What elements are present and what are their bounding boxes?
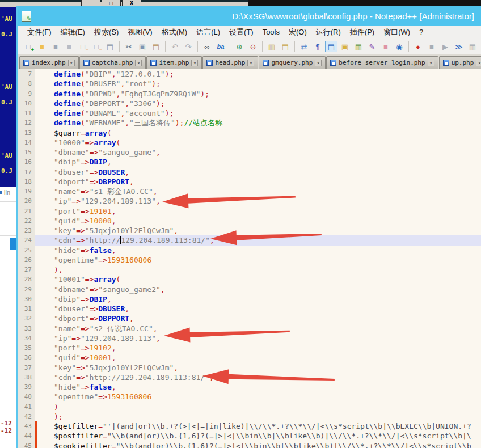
function-hint-icon[interactable]: ▣ <box>339 41 351 52</box>
tab-item[interactable]: item.php× <box>146 56 202 69</box>
menu-item-文件f[interactable]: 文件(F) <box>23 27 56 37</box>
code-line-8[interactable]: 8define("DBUSER","root"); <box>18 79 481 88</box>
menu-item-搜索s[interactable]: 搜索(S) <box>90 27 123 37</box>
tab-close-icon[interactable]: × <box>476 60 481 66</box>
code-line-33[interactable]: 33"name"=>"s2-传说TAO.CC", <box>18 324 481 333</box>
code-line-44[interactable]: 44$postfilter="\\b(and|or)\\b.{1,6}?(=|>… <box>18 431 481 441</box>
code-line-40[interactable]: 40"opentime"=>1593160806 <box>18 392 481 401</box>
undo-icon[interactable]: ↶ <box>168 41 181 52</box>
code-line-19[interactable]: 19"name"=>"s1-彩金TAO.CC", <box>18 187 481 196</box>
tab-gmquery[interactable]: gmquery.php× <box>259 56 326 69</box>
file-monitor-icon[interactable]: ◉ <box>393 41 406 52</box>
function-list-icon[interactable]: ✎ <box>366 41 378 52</box>
code-line-22[interactable]: 22"quid"=>10000, <box>18 216 481 226</box>
tab-up[interactable]: up.php× <box>439 56 481 69</box>
code-line-13[interactable]: 13$quarr=array( <box>18 128 481 138</box>
menu-item-插件p[interactable]: 插件(P) <box>345 27 379 37</box>
sync-scroll-h-icon[interactable]: ▤ <box>279 41 292 52</box>
code-line-31[interactable]: 31"dbuser"=>DBUSER, <box>18 304 481 314</box>
code-line-35[interactable]: 35"port"=>19102, <box>18 343 481 353</box>
code-line-9[interactable]: 9define("DBPWD","EghgTJGqPmZ9RQiW"); <box>18 89 481 99</box>
code-line-12[interactable]: 12define("WEBNAME","三国名将传");//站点名称 <box>18 118 481 128</box>
code-line-10[interactable]: 10define("DBPPORT","3306"); <box>18 99 481 108</box>
indent-guide-icon[interactable]: ▤ <box>325 41 337 52</box>
tab-captcha[interactable]: captcha.php× <box>79 56 146 69</box>
code-editor[interactable]: 7define("DBIP","127.0.0.1");8define("DBU… <box>18 69 481 448</box>
print-icon[interactable]: ▤ <box>104 41 116 52</box>
word-wrap-icon[interactable]: ⇄ <box>298 41 310 52</box>
code-line-25[interactable]: 25"hide"=>false, <box>18 246 481 255</box>
tab-close-icon[interactable]: × <box>191 60 198 66</box>
code-line-28[interactable]: 28"10001"=>array( <box>18 274 481 284</box>
tab-close-icon[interactable]: × <box>68 60 75 66</box>
code-line-38[interactable]: 38"cdn"=>"http://129.204.189.113:81/", <box>18 373 481 382</box>
macro-stop-icon[interactable]: ■ <box>425 41 438 52</box>
code-line-26[interactable]: 26"opentime"=>1593160806 <box>18 255 481 265</box>
code-line-43[interactable]: 43$getfilter="'|(and|or)\\b.+?(>|<|=|in|… <box>18 421 481 431</box>
new-file-icon[interactable]: □+ <box>22 41 35 52</box>
cut-icon[interactable]: ✂ <box>123 41 135 52</box>
tab-close-icon[interactable]: × <box>247 60 254 66</box>
paste-icon[interactable]: ▤ <box>150 41 162 52</box>
menu-item-视图v[interactable]: 视图(V) <box>123 27 157 37</box>
editor-margin <box>35 363 43 373</box>
macro-run-multiple-icon[interactable]: ≫ <box>453 41 465 52</box>
code-line-32[interactable]: 32"dbport"=>DBPPORT, <box>18 314 481 323</box>
menu-item-宏o[interactable]: 宏(O) <box>284 27 311 37</box>
zoom-out-icon[interactable]: ⊖ <box>247 41 259 52</box>
menu-item-[interactable]: ? <box>415 28 428 36</box>
code-line-30[interactable]: 30"dbip"=>DBIP, <box>18 294 481 304</box>
close-all-icon[interactable]: □− <box>90 41 103 52</box>
copy-icon[interactable]: ▣ <box>136 41 149 52</box>
code-line-21[interactable]: 21"port"=>19101, <box>18 206 481 216</box>
menu-item-设置t[interactable]: 设置(T) <box>225 27 258 37</box>
open-file-icon[interactable]: ■ <box>36 41 48 52</box>
code-line-17[interactable]: 17"dbuser"=>DBUSER, <box>18 167 481 177</box>
tab-close-icon[interactable]: × <box>135 60 142 66</box>
code-line-42[interactable]: 42); <box>18 412 481 421</box>
redo-icon[interactable]: ↷ <box>182 41 195 52</box>
code-line-14[interactable]: 14"10000"=>array( <box>18 138 481 147</box>
code-line-18[interactable]: 18"dbport"=>DBPPORT, <box>18 177 481 187</box>
menu-item-运行r[interactable]: 运行(R) <box>311 27 345 37</box>
tab-close-icon[interactable]: × <box>315 60 322 66</box>
replace-icon[interactable]: ba <box>214 41 227 52</box>
code-line-7[interactable]: 7define("DBIP","127.0.0.1"); <box>18 69 481 79</box>
code-line-24[interactable]: 24"cdn"=>"http://129.204.189.113:81/", <box>18 235 481 245</box>
tab-index[interactable]: index.php× <box>19 56 79 69</box>
macro-save-icon[interactable]: ▦ <box>466 41 479 52</box>
macro-record-icon[interactable]: ● <box>412 41 424 52</box>
code-line-23[interactable]: 23"key"=>"5Jqxjo10Yl2ElQCwJm", <box>18 226 481 235</box>
tab-head[interactable]: head.php× <box>202 56 258 69</box>
code-line-39[interactable]: 39"hide"=>false, <box>18 382 481 392</box>
code-line-15[interactable]: 15"dbname"=>"sanguo_game", <box>18 147 481 157</box>
code-line-34[interactable]: 34"ip"=>"129.204.189.113", <box>18 333 481 343</box>
menu-item-格式m[interactable]: 格式(M) <box>157 27 192 37</box>
folder-workspace-icon[interactable]: ■ <box>379 41 392 52</box>
zoom-in-icon[interactable]: ⊕ <box>233 41 246 52</box>
macro-play-icon[interactable]: ▶ <box>439 41 452 52</box>
find-icon[interactable]: ∞ <box>201 41 213 52</box>
title-bar[interactable]: D:\XxSG\wwwroot\global\config.php - Note… <box>18 6 481 26</box>
tab-before_server_login[interactable]: before_server_login.php× <box>326 56 438 69</box>
code-line-29[interactable]: 29"dbname"=>"sanguo_game2", <box>18 285 481 294</box>
save-icon[interactable]: ■ <box>49 41 62 52</box>
code-line-37[interactable]: 37"key"=>"5Jqxjo10Yl2ElQCwJm", <box>18 363 481 373</box>
tab-close-icon[interactable]: × <box>428 60 434 66</box>
sync-scroll-v-icon[interactable]: ▥ <box>265 41 278 52</box>
code-line-16[interactable]: 16"dbip"=>DBIP, <box>18 157 481 167</box>
code-line-20[interactable]: 20"ip"=>"129.204.189.113", <box>18 196 481 206</box>
code-line-36[interactable]: 36"quid"=>10001, <box>18 353 481 362</box>
menu-item-tools[interactable]: Tools <box>258 28 284 36</box>
show-all-chars-icon[interactable]: ¶ <box>311 41 324 52</box>
code-line-41[interactable]: 41) <box>18 402 481 412</box>
code-line-11[interactable]: 11define("DBNAME","account"); <box>18 108 481 118</box>
doc-map-icon[interactable]: ▦ <box>352 41 365 52</box>
close-icon[interactable]: □− <box>77 41 89 52</box>
code-line-45[interactable]: 45$cookiefilter="\\b(and|or)\\b.{1,6}?(=… <box>18 441 481 448</box>
menu-item-语言l[interactable]: 语言(L) <box>192 27 225 37</box>
code-line-27[interactable]: 27), <box>18 265 481 274</box>
menu-item-编辑e[interactable]: 编辑(E) <box>56 27 90 37</box>
menu-item-窗口w[interactable]: 窗口(W) <box>379 27 415 37</box>
save-all-icon[interactable]: ■ <box>63 41 75 52</box>
